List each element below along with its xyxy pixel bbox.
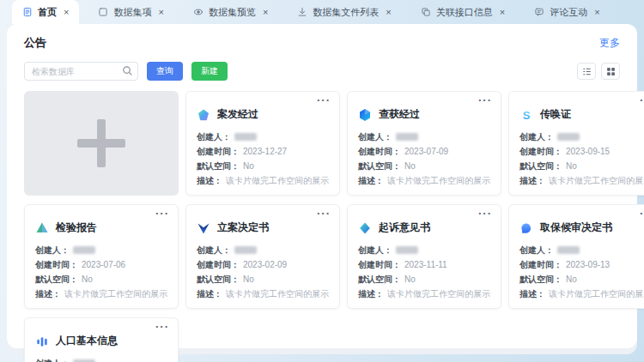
card-head: 案发经过: [197, 107, 329, 122]
card-more-icon[interactable]: ···: [640, 207, 644, 220]
created-at-field: 创建时间： 2023-02-09: [197, 259, 329, 270]
drop-icon: [358, 221, 372, 235]
bars-icon: [35, 335, 49, 348]
page-title: 公告: [24, 35, 46, 51]
default-space-field: 默认空间： No: [519, 274, 644, 285]
created-at-field: 创建时间： 2023-09-15: [519, 146, 644, 157]
tab-bar: 首页 × 数据集项 × 数据集预览 × 数据集文件列表 × 关联接口信息 × 评…: [0, 0, 644, 24]
creator-name-redacted: [234, 133, 257, 141]
card-title: 查获经过: [379, 107, 420, 122]
close-icon[interactable]: ×: [64, 8, 69, 17]
grid-view-icon: [606, 67, 616, 76]
creator-field: 创建人：: [197, 131, 329, 142]
svg-text:S: S: [523, 108, 531, 121]
grid-view-button[interactable]: [601, 63, 620, 80]
creator-field: 创建人：: [519, 131, 644, 142]
card-title: 取保候审决定书: [540, 220, 612, 235]
dataset-card[interactable]: ··· 案发经过 创建人： 创建时间： 2023-12-27 默认空间： No …: [185, 91, 340, 196]
tab-label: 数据集预览: [209, 6, 256, 19]
linked-api-icon: [421, 7, 431, 17]
wing-icon: [197, 221, 210, 235]
more-link[interactable]: 更多: [599, 36, 620, 51]
create-button[interactable]: 新建: [191, 62, 228, 81]
close-icon[interactable]: ×: [594, 8, 599, 17]
description-field: 描述： 该卡片做完工作空间的展示: [519, 175, 644, 186]
bubble-icon: [519, 221, 533, 235]
main-panel-backing: 公告 更多 查询 新建: [7, 24, 637, 354]
description-field: 描述： 该卡片做完工作空间的展示: [519, 288, 644, 299]
card-title: 案发经过: [217, 107, 258, 122]
tab-数据集预览[interactable]: 数据集预览 ×: [183, 0, 278, 24]
list-view-icon: [582, 67, 592, 76]
card-head: S 传唤证: [519, 107, 644, 122]
description-field: 描述： 该卡片做完工作空间的展示: [358, 175, 490, 186]
dataset-card[interactable]: ··· 查获经过 创建人： 创建时间： 2023-07-09 默认空间： No …: [347, 91, 501, 196]
toolbar: 查询 新建: [24, 62, 620, 81]
add-card[interactable]: [24, 91, 179, 196]
dataset-card[interactable]: ··· S 传唤证 创建人： 创建时间： 2023-09-15 默认空间： No…: [508, 91, 644, 196]
search-box: [24, 62, 138, 81]
dataset-card[interactable]: ··· 人口基本信息 创建人： 创建时间： 2023-08-23 默认空间： N…: [24, 317, 179, 362]
card-head: 取保候审决定书: [519, 220, 644, 235]
s-badge-icon: S: [519, 108, 533, 122]
created-at-field: 创建时间： 2023-07-09: [358, 146, 490, 157]
card-title: 立案决定书: [217, 220, 269, 235]
default-space-field: 默认空间： No: [358, 160, 490, 172]
tab-label: 评论互动: [550, 6, 587, 19]
tab-label: 数据集项: [113, 6, 151, 19]
list-view-button[interactable]: [577, 63, 596, 80]
dataset-item-icon: [98, 7, 108, 17]
tab-label: 数据集文件列表: [313, 6, 379, 19]
tab-数据集项[interactable]: 数据集项 ×: [88, 0, 173, 24]
creator-name-redacted: [73, 246, 95, 254]
created-at-field: 创建时间： 2023-11-11: [358, 259, 490, 270]
card-more-icon[interactable]: ···: [478, 94, 492, 106]
card-head: 立案决定书: [197, 220, 329, 235]
description-field: 描述： 该卡片做完工作空间的展示: [197, 288, 329, 299]
card-title: 起诉意见书: [379, 220, 430, 235]
tab-关联接口信息[interactable]: 关联接口信息 ×: [410, 0, 515, 24]
preview-eye-icon: [193, 7, 204, 17]
creator-name-redacted: [234, 246, 257, 254]
card-more-icon[interactable]: ···: [317, 94, 331, 106]
creator-name-redacted: [557, 133, 580, 141]
card-more-icon[interactable]: ···: [155, 320, 169, 333]
creator-field: 创建人：: [197, 244, 329, 256]
card-head: 检验报告: [35, 220, 167, 235]
dataset-card[interactable]: ··· 检验报告 创建人： 创建时间： 2023-07-06 默认空间： No …: [24, 204, 179, 309]
creator-name-redacted: [557, 246, 580, 254]
tab-数据集文件列表[interactable]: 数据集文件列表 ×: [287, 0, 401, 24]
tab-首页[interactable]: 首页 ×: [12, 0, 79, 24]
home-doc-icon: [22, 7, 33, 17]
dataset-card[interactable]: ··· 起诉意见书 创建人： 创建时间： 2023-11-11 默认空间： No…: [347, 204, 501, 309]
view-toggles: [577, 63, 620, 80]
plus-icon: [77, 119, 125, 167]
tab-评论互动[interactable]: 评论互动 ×: [524, 0, 610, 24]
created-at-field: 创建时间： 2023-12-27: [197, 146, 329, 157]
tab-label: 首页: [38, 6, 57, 19]
gem-icon: [197, 108, 210, 122]
dataset-card[interactable]: ··· 立案决定书 创建人： 创建时间： 2023-02-09 默认空间： No…: [185, 204, 340, 309]
close-icon[interactable]: ×: [500, 8, 505, 17]
close-icon[interactable]: ×: [386, 8, 391, 17]
card-more-icon[interactable]: ···: [317, 207, 331, 220]
card-more-icon[interactable]: ···: [155, 207, 169, 220]
tab-label: 关联接口信息: [436, 6, 493, 19]
dataset-card[interactable]: ··· 取保候审决定书 创建人： 创建时间： 2023-09-13 默认空间： …: [508, 204, 644, 309]
card-head: 查获经过: [358, 107, 490, 122]
close-icon[interactable]: ×: [158, 8, 163, 17]
creator-field: 创建人：: [35, 244, 167, 256]
card-grid: ··· 案发经过 创建人： 创建时间： 2023-12-27 默认空间： No …: [24, 91, 620, 362]
query-button[interactable]: 查询: [147, 62, 183, 81]
default-space-field: 默认空间： No: [519, 160, 644, 172]
card-title: 检验报告: [56, 220, 97, 235]
default-space-field: 默认空间： No: [358, 274, 490, 285]
default-space-field: 默认空间： No: [197, 160, 329, 172]
card-more-icon[interactable]: ···: [478, 207, 492, 220]
card-more-icon[interactable]: ···: [640, 94, 644, 106]
card-head: 人口基本信息: [35, 334, 167, 348]
creator-field: 创建人：: [358, 131, 490, 142]
close-icon[interactable]: ×: [263, 8, 268, 17]
creator-field: 创建人：: [358, 244, 490, 256]
card-title: 传唤证: [540, 107, 571, 122]
